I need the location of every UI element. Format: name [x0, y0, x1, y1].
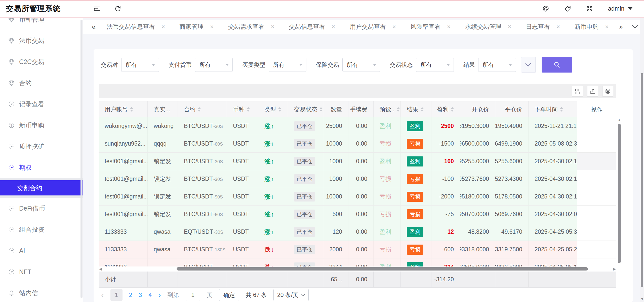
search-button[interactable]: [542, 57, 572, 73]
sort-icon[interactable]: [319, 107, 323, 112]
prev-page-icon[interactable]: ‹: [101, 290, 104, 300]
column-settings-button[interactable]: [572, 86, 583, 97]
sort-icon[interactable]: [397, 107, 400, 112]
page-button[interactable]: 2: [129, 292, 132, 298]
column-header[interactable]: 交易状态: [288, 101, 323, 117]
table-row[interactable]: test001@gmail... 锁定发 BTC/USDT-90S USDT 涨…: [99, 188, 616, 206]
admin-menu[interactable]: admin: [608, 5, 632, 12]
table-row[interactable]: test001@gmail... 锁定发 BTC/USDT-30S USDT 涨…: [99, 153, 616, 170]
sidebar-item-delivery-contract-active[interactable]: 交割合约: [0, 180, 83, 195]
sidebar-item-new-coin[interactable]: $ 新币申购: [0, 115, 83, 136]
cell-actions[interactable]: [577, 258, 616, 266]
table-row[interactable]: 1133333 BTC/USDT USDT 跌↓ 已平仓 2344 0.00 盈…: [99, 258, 616, 266]
filter-select[interactable]: 所有: [342, 58, 380, 72]
sidebar-scrollbar[interactable]: [80, 20, 83, 298]
page-button[interactable]: 4: [148, 292, 152, 298]
horizontal-scroll-thumb[interactable]: [177, 267, 588, 271]
sidebar-item-currency-manage[interactable]: 币种管理: [0, 18, 83, 30]
tab-item[interactable]: 商家管理 ×: [180, 23, 214, 31]
filter-select[interactable]: 所有: [195, 58, 233, 72]
sidebar-item-contract[interactable]: 合约: [0, 72, 83, 93]
sidebar-item-options[interactable]: 期权: [0, 157, 83, 178]
goto-page-input[interactable]: [186, 289, 200, 301]
tab-item[interactable]: 风险率查看 ×: [410, 23, 450, 31]
next-page-icon[interactable]: ›: [158, 290, 161, 300]
table-row[interactable]: sunqianyu952... qqqq BTC/USDT-60S USDT 涨…: [99, 135, 616, 153]
confirm-button[interactable]: 确定: [219, 289, 239, 301]
tab-close-icon[interactable]: ×: [392, 23, 396, 30]
cell-actions[interactable]: [577, 241, 616, 258]
sort-icon[interactable]: [278, 107, 281, 112]
tab-close-icon[interactable]: ×: [508, 23, 511, 30]
column-header[interactable]: 下单时间: [529, 101, 577, 117]
sidebar-item-fiat-trade[interactable]: 法币交易: [0, 30, 83, 51]
fullscreen-icon[interactable]: [586, 5, 593, 12]
sort-icon[interactable]: [247, 107, 250, 112]
vertical-scroll-thumb[interactable]: [618, 124, 621, 263]
tab-close-icon[interactable]: ×: [605, 23, 609, 30]
page-button[interactable]: 3: [139, 292, 142, 298]
tag-icon[interactable]: [564, 5, 571, 12]
tab-item[interactable]: 交易信息查看 ×: [289, 23, 335, 31]
table-row[interactable]: test001@gmail... 锁定发 BTC/USDT-30S USDT 涨…: [99, 170, 616, 188]
tab-close-icon[interactable]: ×: [332, 23, 335, 30]
column-header[interactable]: 类型: [258, 101, 288, 117]
tabs-scroll-right-icon[interactable]: »: [619, 23, 623, 31]
cell-actions[interactable]: [577, 188, 616, 205]
table-row[interactable]: wukongymw@... wukong BTC/USDT-30S USDT 涨…: [99, 117, 616, 135]
tabs-scroll-left-icon[interactable]: «: [92, 23, 96, 31]
collapse-sidebar-icon[interactable]: [94, 5, 100, 12]
sidebar-item-records[interactable]: 记录查看: [0, 93, 83, 115]
tab-item[interactable]: 用户交易查看 ×: [350, 23, 396, 31]
sidebar-item-staking-mining[interactable]: 质押挖矿: [0, 136, 83, 157]
cell-actions[interactable]: [577, 135, 616, 152]
table-row[interactable]: 1133333 qwasa BTC/USDT-180S USDT 跌↓ 已平仓 …: [99, 241, 616, 258]
filter-collapse-button[interactable]: [521, 57, 536, 73]
filter-select[interactable]: 所有: [121, 58, 159, 72]
sidebar-item-c2c-trade[interactable]: C2C交易: [0, 51, 83, 72]
page-scroll-down-icon[interactable]: ▼: [640, 297, 644, 301]
column-header[interactable]: 开仓价: [460, 101, 495, 117]
tabs-menu-chevron-icon[interactable]: [632, 25, 638, 28]
tab-item[interactable]: 新币申购 ×: [575, 23, 609, 31]
cell-actions[interactable]: [577, 206, 616, 223]
column-header[interactable]: 手续费: [348, 101, 374, 117]
cell-actions[interactable]: [577, 223, 616, 241]
sidebar-item-defi-lending[interactable]: DeFi借币: [0, 198, 83, 219]
tab-close-icon[interactable]: ×: [210, 23, 214, 30]
column-header[interactable]: 真实...: [148, 101, 178, 117]
column-header[interactable]: 合约: [178, 101, 227, 117]
print-button[interactable]: [602, 86, 613, 97]
scroll-left-arrow-icon[interactable]: ◀: [99, 267, 102, 271]
sidebar-item-messages[interactable]: 站内信: [0, 282, 83, 302]
tab-item[interactable]: 法币交易信息查看 ×: [107, 23, 165, 31]
export-button[interactable]: [587, 86, 598, 97]
table-row[interactable]: 1133333 qwasa EQT/USDT-30S USDT 涨↑ 已平仓 1…: [99, 223, 616, 241]
cell-actions[interactable]: [577, 153, 616, 170]
tab-close-icon[interactable]: ×: [271, 23, 274, 30]
page-size-select[interactable]: 20 条/页: [273, 289, 309, 301]
column-header[interactable]: 平仓价: [495, 101, 529, 117]
page-scroll-thumb[interactable]: [641, 73, 643, 287]
tab-item[interactable]: 日志查看 ×: [526, 23, 560, 31]
scroll-up-arrow-icon[interactable]: ▲: [618, 118, 621, 122]
scroll-right-arrow-icon[interactable]: ▶: [613, 267, 616, 271]
tab-close-icon[interactable]: ×: [556, 23, 560, 30]
sort-icon[interactable]: [198, 107, 201, 112]
column-header[interactable]: 结果: [401, 101, 431, 117]
cell-actions[interactable]: [577, 170, 616, 188]
column-header[interactable]: 盈利: [431, 101, 460, 117]
sort-icon[interactable]: [421, 107, 424, 112]
table-row[interactable]: test001@gmail... 锁定发 BTC/USDT-60S USDT 涨…: [99, 206, 616, 223]
column-header[interactable]: 操作: [577, 101, 616, 117]
sidebar-item-portfolio[interactable]: 组合投资: [0, 219, 83, 240]
column-header[interactable]: 数量: [323, 101, 348, 117]
sort-icon[interactable]: [560, 107, 563, 112]
sort-icon[interactable]: [451, 107, 454, 112]
cell-actions[interactable]: [577, 117, 616, 135]
column-header[interactable]: 预设..: [374, 101, 401, 117]
tab-item[interactable]: 永续交易管理 ×: [465, 23, 511, 31]
sidebar-item-ai[interactable]: AI: [0, 240, 83, 261]
sidebar-item-nft[interactable]: NFT: [0, 261, 83, 282]
page-button-active[interactable]: 1: [110, 289, 123, 301]
